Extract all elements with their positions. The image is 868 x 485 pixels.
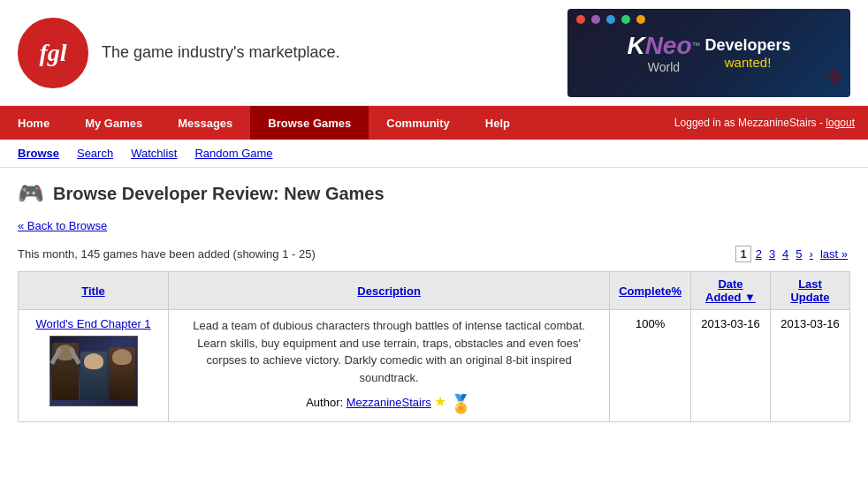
content: 🎮 Browse Developer Review: New Games « B… (0, 168, 868, 436)
sort-title[interactable]: Title (81, 284, 105, 298)
main-nav: Home My Games Messages Browse Games Comm… (0, 106, 868, 140)
ad-world-text: World (627, 60, 700, 74)
table-body: World's End Chapter 1 (19, 310, 850, 422)
nav-messages[interactable]: Messages (160, 106, 250, 140)
sort-date-added[interactable]: Date Added ▼ (705, 277, 756, 304)
ad-dots (575, 13, 647, 26)
sub-nav: Browse Search Watchlist Random Game (0, 140, 868, 168)
author-label: Author: (306, 396, 346, 409)
summary-text: This month, 145 games have been added (s… (18, 247, 316, 261)
logo[interactable]: fgl (18, 18, 88, 88)
subnav-browse[interactable]: Browse (18, 147, 59, 160)
header: fgl The game industry's marketplace. KNe… (0, 0, 868, 106)
games-table: Title Description Complete% Date Added ▼… (18, 271, 850, 422)
tagline: The game industry's marketplace. (102, 43, 340, 62)
page-2[interactable]: 2 (753, 246, 765, 261)
sort-last-update[interactable]: Last Update (790, 277, 829, 304)
page-current[interactable]: 1 (735, 246, 750, 262)
col-complete: Complete% (610, 272, 691, 310)
back-link[interactable]: « Back to Browse (18, 219, 107, 232)
page-5[interactable]: 5 (793, 246, 804, 261)
page-3[interactable]: 3 (766, 246, 778, 261)
page-4[interactable]: 4 (780, 246, 791, 261)
page-next[interactable]: › (807, 246, 816, 261)
controller-icon: 🎮 (18, 181, 44, 206)
author-line: Author: MezzanineStairs ★ 🏅 (178, 393, 600, 414)
table-header: Title Description Complete% Date Added ▼… (19, 272, 850, 310)
game-desc-cell: Lead a team of dubious characters throug… (169, 310, 610, 422)
nav-left: Home My Games Messages Browse Games Comm… (0, 106, 528, 140)
char-2 (80, 352, 107, 400)
nav-home[interactable]: Home (0, 106, 67, 140)
game-complete-cell: 100% (610, 310, 691, 422)
col-date-added: Date Added ▼ (691, 272, 771, 310)
page-title: Browse Developer Review: New Games (53, 184, 385, 204)
logout-link[interactable]: logout (826, 117, 855, 129)
date-added: 2013-03-16 (700, 317, 761, 330)
char-1 (52, 343, 79, 400)
award-icon: 🏅 (450, 394, 472, 413)
back-link-container: « Back to Browse (18, 219, 850, 232)
table-row: World's End Chapter 1 (19, 310, 850, 422)
ad-kneo-text: KNeo™ World (627, 32, 700, 74)
game-lastupdate-cell: 2013-03-16 (771, 310, 850, 422)
star-icon: ★ (434, 394, 446, 409)
ad-content: KNeo™ World Developers wanted! (627, 32, 790, 74)
game-thumbnail (49, 336, 138, 406)
game-title-cell: World's End Chapter 1 (19, 310, 169, 422)
complete-percent: 100% (619, 317, 681, 330)
subnav-random-game[interactable]: Random Game (194, 147, 272, 160)
page-title-area: 🎮 Browse Developer Review: New Games (18, 181, 850, 206)
logo-text: fgl (39, 39, 66, 67)
nav-community[interactable]: Community (369, 106, 468, 140)
char-3 (109, 347, 135, 400)
game-description: Lead a team of dubious characters throug… (178, 317, 600, 386)
ad-dev-wanted: Developers wanted! (705, 36, 791, 70)
sort-description[interactable]: Description (357, 284, 421, 298)
ad-banner[interactable]: KNeo™ World Developers wanted! ✈ (567, 9, 850, 97)
sort-complete[interactable]: Complete% (619, 284, 681, 298)
subnav-watchlist[interactable]: Watchlist (131, 147, 177, 160)
col-title: Title (19, 272, 169, 310)
nav-help[interactable]: Help (468, 106, 528, 140)
subnav-search[interactable]: Search (77, 147, 113, 160)
col-last-update: Last Update (771, 272, 850, 310)
pagination: 1 2 3 4 5 › last » (735, 246, 850, 262)
game-title-link[interactable]: World's End Chapter 1 (27, 317, 159, 330)
nav-my-games[interactable]: My Games (67, 106, 160, 140)
author-link[interactable]: MezzanineStairs (346, 396, 431, 409)
ad-decoration: ✈ (824, 62, 846, 93)
logged-in-text: Logged in as MezzanineStairs - (674, 117, 823, 129)
nav-user: Logged in as MezzanineStairs - logout (661, 117, 868, 129)
last-update: 2013-03-16 (780, 317, 841, 330)
summary-bar: This month, 145 games have been added (s… (18, 246, 850, 262)
page-last[interactable]: last » (818, 246, 850, 261)
nav-browse-games[interactable]: Browse Games (250, 106, 369, 140)
col-description: Description (169, 272, 610, 310)
game-date-cell: 2013-03-16 (691, 310, 771, 422)
logo-area: fgl The game industry's marketplace. (18, 18, 340, 88)
thumb-art (49, 338, 138, 405)
